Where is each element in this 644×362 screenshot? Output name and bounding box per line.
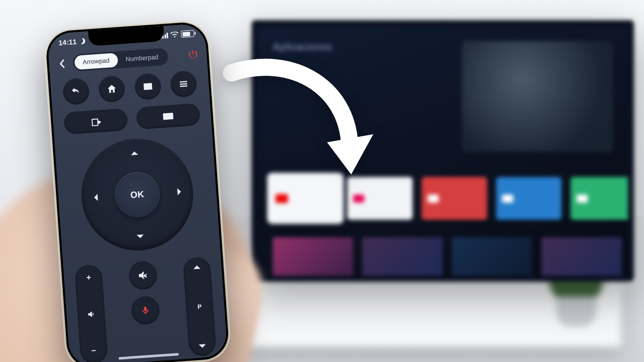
tv-app-tile: [347, 177, 413, 220]
phone-screen: 14:11 Arrowpad Numberpad: [47, 23, 228, 362]
subtitles-button[interactable]: [134, 72, 162, 101]
tv-hero-art: [462, 41, 613, 152]
channel-label: P: [197, 303, 202, 311]
smart-tv: Aplicaciones: [252, 20, 634, 282]
dpad-left[interactable]: [84, 186, 108, 209]
dpad-right[interactable]: [167, 180, 191, 204]
channel-rocker: P: [183, 256, 217, 356]
source-button[interactable]: [63, 108, 128, 135]
return-button[interactable]: [62, 77, 90, 106]
tv-thumb: [362, 237, 443, 276]
dpad-down[interactable]: [128, 224, 152, 248]
volume-down[interactable]: −: [80, 345, 108, 356]
dpad: OK: [77, 135, 197, 254]
power-button[interactable]: [185, 47, 201, 63]
tab-arrowpad[interactable]: Arrowpad: [74, 53, 118, 70]
keyboard-button[interactable]: [136, 103, 201, 130]
wifi-icon: [171, 32, 179, 38]
tv-thumb: [541, 237, 622, 276]
battery-icon: [181, 30, 194, 38]
tv-thumb: [452, 237, 532, 276]
menu-button[interactable]: [170, 70, 198, 98]
status-time: 14:11: [58, 38, 77, 47]
tv-app-tile: [269, 174, 342, 222]
tv-content-row: [273, 237, 613, 276]
photo-scene: Aplicaciones 14:11: [0, 0, 644, 362]
tv-app-tile: [422, 177, 487, 220]
tv-app-tile: [496, 177, 561, 220]
dpad-ok[interactable]: OK: [113, 170, 162, 219]
mute-button[interactable]: [128, 260, 158, 291]
tv-thumb: [273, 237, 353, 276]
mode-segmented-control: Arrowpad Numberpad: [72, 48, 169, 71]
home-button[interactable]: [98, 75, 126, 103]
dpad-up[interactable]: [123, 141, 146, 165]
channel-down[interactable]: [189, 343, 216, 349]
iphone-frame: 14:11 Arrowpad Numberpad: [43, 19, 232, 362]
volume-up[interactable]: +: [75, 272, 103, 283]
volume-rocker: + −: [74, 264, 109, 362]
tab-numberpad[interactable]: Numberpad: [117, 49, 167, 67]
bottom-controls: + − P: [63, 253, 227, 362]
tv-app-row: [273, 177, 613, 225]
channel-up[interactable]: [183, 264, 210, 270]
tv-section-title: Aplicaciones: [273, 41, 332, 53]
tv-app-tile: [571, 177, 628, 220]
back-button[interactable]: [54, 56, 69, 71]
volume-icon: [87, 309, 96, 319]
do-not-disturb-icon: [79, 38, 86, 45]
voice-button[interactable]: [130, 296, 160, 326]
